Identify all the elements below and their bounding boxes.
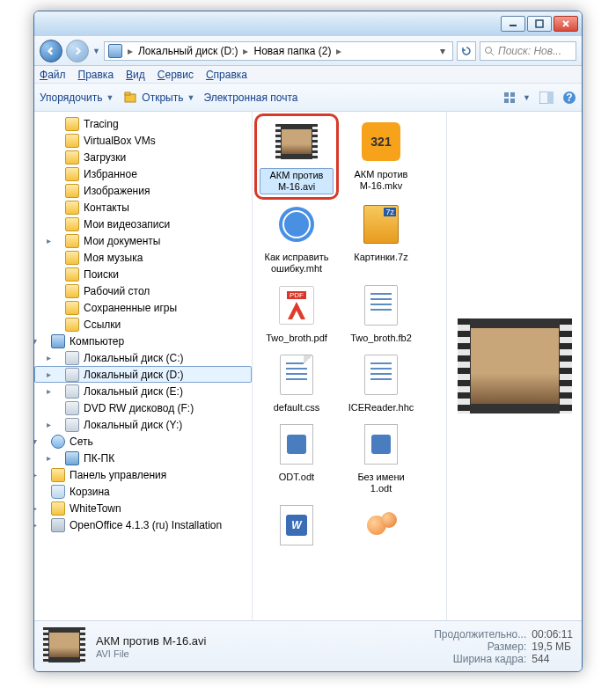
file-item[interactable]: Как исправить ошибку.mht: [260, 201, 334, 275]
file-item[interactable]: ICEReader.hhc: [344, 352, 418, 414]
pane-icon: [539, 91, 554, 104]
svg-rect-9: [547, 91, 554, 104]
tree-item[interactable]: Изображения: [34, 182, 252, 199]
folder-icon: [65, 201, 79, 215]
file-item[interactable]: АКМ против М-16.avi: [260, 119, 334, 194]
file-item[interactable]: W: [260, 502, 334, 553]
tree-item-label: Изображения: [84, 185, 150, 197]
tree-item[interactable]: VirtualBox VMs: [34, 132, 252, 149]
tree-item[interactable]: Рабочий стол: [34, 282, 252, 299]
tree-item[interactable]: Корзина: [34, 483, 252, 500]
tree-item[interactable]: Моя музыка: [34, 249, 252, 266]
svg-rect-5: [510, 92, 515, 97]
breadcrumb-1[interactable]: Локальный диск (D:): [138, 45, 238, 57]
menu-tools[interactable]: Сервис: [158, 69, 194, 81]
history-dropdown-icon[interactable]: ▼: [92, 47, 100, 55]
tree-item-label: Панель управления: [70, 469, 166, 481]
address-dropdown-icon[interactable]: ▾: [436, 45, 449, 57]
tree-item[interactable]: Мои видеозаписи: [34, 216, 252, 232]
file-item[interactable]: Без имени 1.odt: [344, 421, 418, 495]
expand-icon[interactable]: ▸: [34, 503, 42, 513]
tree-item[interactable]: DVD RW дисковод (F:): [34, 399, 252, 416]
file-item[interactable]: Картинки.7z: [344, 201, 418, 275]
open-button[interactable]: Открыть ▼: [122, 90, 194, 106]
folder-icon: [65, 318, 79, 332]
svg-rect-3: [125, 92, 130, 95]
back-button[interactable]: [40, 40, 62, 62]
folder-icon: [65, 150, 79, 165]
expand-icon[interactable]: ▸: [47, 453, 56, 463]
minimize-button[interactable]: [501, 16, 525, 32]
tree-item[interactable]: Сохраненные игры: [34, 299, 252, 316]
expand-icon[interactable]: ▸: [47, 420, 56, 429]
tree-item[interactable]: ▸Панель управления: [34, 466, 252, 483]
breadcrumb-sep: ▸: [128, 45, 133, 57]
tree-item[interactable]: ▸Локальный диск (Y:): [34, 416, 252, 433]
preview-pane-button[interactable]: [539, 91, 554, 104]
svg-rect-4: [504, 92, 509, 97]
expand-icon[interactable]: ▸: [34, 520, 42, 530]
expand-icon[interactable]: ▸: [47, 236, 56, 245]
tree-item[interactable]: ▸Локальный диск (E:): [34, 383, 252, 399]
file-item[interactable]: ODT.odt: [260, 421, 334, 495]
tree-item[interactable]: Поиски: [34, 266, 252, 282]
tree-item[interactable]: ▾Компьютер: [34, 333, 252, 349]
tree-item-label: Загрузки: [84, 151, 126, 164]
forward-button[interactable]: [66, 40, 89, 62]
tree-item-label: Сеть: [70, 435, 93, 448]
details-thumbnail: [43, 627, 85, 666]
tree-item-label: DVD RW дисковод (F:): [84, 402, 194, 414]
tree-item[interactable]: Tracing: [34, 115, 252, 132]
expand-icon[interactable]: ▾: [34, 436, 42, 446]
folder-icon: [65, 251, 79, 265]
file-item[interactable]: default.css: [260, 352, 334, 414]
oo-icon: [51, 518, 65, 532]
tree-item[interactable]: ▸Мои документы: [34, 232, 252, 249]
tree-item[interactable]: Ссылки: [34, 316, 252, 333]
email-button[interactable]: Электронная почта: [203, 91, 297, 104]
file-label: Two_broth.pdf: [263, 332, 330, 345]
expand-icon[interactable]: ▸: [47, 370, 56, 379]
tree-item[interactable]: ▾Сеть: [34, 433, 252, 450]
file-item[interactable]: 321АКМ против М-16.mkv: [344, 119, 418, 194]
breadcrumb-2[interactable]: Новая папка (2): [253, 45, 331, 57]
tree-item[interactable]: Избранное: [34, 165, 252, 182]
details-filetype: AVI File: [96, 648, 206, 659]
disk-icon: [65, 384, 79, 399]
tree-item[interactable]: ▸ПК-ПК: [34, 450, 252, 466]
file-list[interactable]: АКМ против М-16.avi321АКМ против М-16.mk…: [253, 112, 446, 620]
address-bar[interactable]: ▸ Локальный диск (D:) ▸ Новая папка (2) …: [104, 41, 453, 61]
tree-item[interactable]: ▸Локальный диск (D:): [34, 366, 252, 383]
view-options-button[interactable]: ▼: [503, 91, 531, 104]
refresh-button[interactable]: [457, 41, 476, 61]
file-label: [294, 552, 299, 553]
menu-help[interactable]: Справка: [206, 69, 247, 81]
expand-icon[interactable]: ▸: [47, 353, 56, 362]
file-item[interactable]: Two_broth.fb2: [344, 282, 418, 345]
file-item[interactable]: Two_broth.pdf: [260, 282, 334, 345]
menu-file[interactable]: Файл: [40, 69, 66, 81]
file-label: [378, 552, 384, 553]
expand-icon[interactable]: ▸: [34, 470, 42, 479]
navigation-tree[interactable]: TracingVirtualBox VMsЗагрузкиИзбранноеИз…: [34, 112, 253, 620]
tree-item[interactable]: ▸WhiteTown: [34, 500, 252, 516]
organize-button[interactable]: Упорядочить ▼: [40, 91, 114, 104]
close-button[interactable]: [554, 16, 578, 32]
tree-item[interactable]: Контакты: [34, 199, 252, 216]
disk-icon: [65, 368, 79, 382]
menu-view[interactable]: Вид: [126, 69, 145, 81]
expand-icon[interactable]: ▸: [47, 386, 56, 396]
help-button[interactable]: ?: [562, 91, 576, 105]
search-input[interactable]: Поиск: Нов...: [480, 41, 576, 61]
file-item[interactable]: [344, 502, 418, 553]
details-metadata: Продолжительно...00:06:11Размер:19,5 МБШ…: [434, 628, 573, 665]
tree-item[interactable]: ▸OpenOffice 4.1.3 (ru) Installation: [34, 516, 252, 533]
maximize-button[interactable]: [527, 16, 552, 32]
folder-icon: [65, 167, 79, 181]
tree-item[interactable]: Загрузки: [34, 149, 252, 165]
expand-icon[interactable]: ▾: [34, 336, 42, 346]
file-thumbnail: [358, 352, 404, 398]
tree-item[interactable]: ▸Локальный диск (C:): [34, 349, 252, 366]
menu-edit[interactable]: Правка: [78, 69, 114, 81]
tree-item-label: OpenOffice 4.1.3 (ru) Installation: [70, 519, 222, 531]
